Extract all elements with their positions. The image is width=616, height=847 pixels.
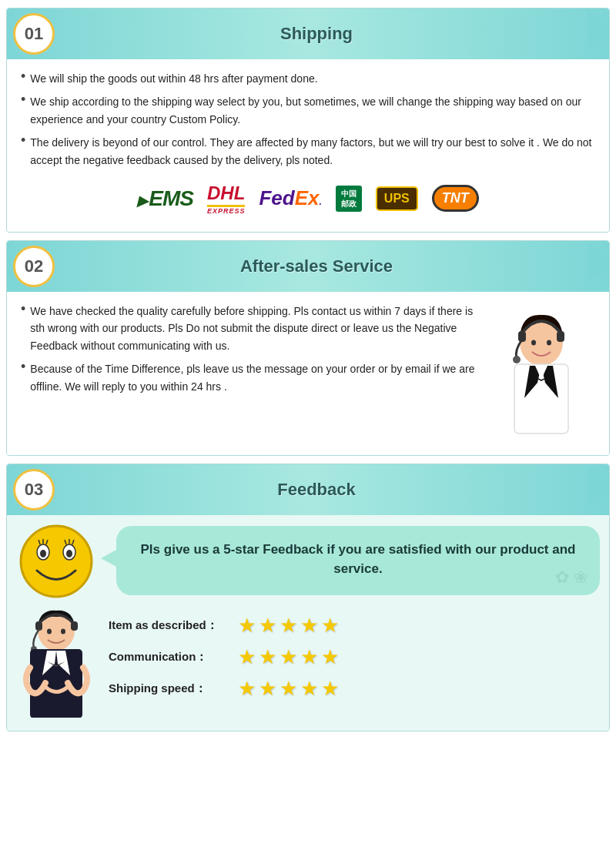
section-number-03: 03 [13,469,55,511]
dhl-logo: DHL EXPRESS [207,182,246,215]
shipping-text-1: We will ship the goods out within 48 hrs… [30,70,317,87]
star-0-1: ★ [238,614,256,638]
star-1-2: ★ [259,645,276,669]
star-2-4: ★ [300,677,318,701]
shipping-bullet-2: • We ship according to the shipping way … [21,93,595,128]
svg-point-23 [61,628,65,634]
stars-2: ★ ★ ★ ★ ★ [238,677,339,701]
feedback-header: 03 Feedback [7,464,609,515]
aftersales-dot-2: • [21,359,25,375]
svg-rect-24 [30,649,82,718]
shipping-text-2: We ship according to the shipping way se… [30,93,595,128]
star-0-3: ★ [280,614,297,638]
aftersales-text-2: Because of the Time Difference, pls leav… [30,360,487,395]
aftersales-bullet-1: • We have checked the quality carefully … [21,303,487,354]
star-0-2: ★ [259,614,276,638]
rating-person-svg [16,606,97,718]
cs-person-illustration [487,303,595,444]
feedback-title: Feedback [67,480,597,500]
rating-label-1: Communication： [109,650,232,665]
svg-point-7 [21,526,92,597]
star-2-2: ★ [259,677,276,701]
star-0-4: ★ [300,614,318,638]
aftersales-dot-1: • [21,301,25,317]
shipping-logos: EMS DHL EXPRESS FedEx. 中国邮政 UPS TNT [21,182,595,215]
star-1-3: ★ [280,645,297,669]
section-number-01: 01 [13,13,55,55]
shipping-bullet-3: • The delivery is beyond of our control.… [21,134,595,169]
aftersales-title: After-sales Service [67,256,597,276]
feedback-body: Pls give us a 5-star Feedback if you are… [7,515,609,731]
aftersales-bullet-2: • Because of the Time Difference, pls le… [21,360,487,395]
smiley-face [18,523,95,600]
feedback-speech-bubble: Pls give us a 5-star Feedback if you are… [116,526,600,595]
star-1-5: ★ [321,645,339,669]
rating-label-0: Item as described： [109,618,232,633]
shipping-bullet-1: • We will ship the goods out within 48 h… [21,70,595,87]
shipping-body: • We will ship the goods out within 48 h… [7,59,609,232]
svg-point-11 [66,550,72,557]
aftersales-arrow [588,241,610,281]
aftersales-section: 02 After-sales Service • We have checked… [6,240,610,456]
chinapost-logo: 中国邮政 [336,186,362,212]
bullet-dot-3: • [21,132,25,149]
star-1-1: ★ [238,645,256,669]
star-1-4: ★ [300,645,318,669]
stars-0: ★ ★ ★ ★ ★ [238,614,339,638]
rating-label-2: Shipping speed： [109,681,232,696]
svg-rect-20 [71,621,78,631]
section-number-02: 02 [13,246,55,287]
star-2-3: ★ [280,677,297,701]
rating-person-illustration [16,606,101,720]
svg-point-4 [531,340,536,345]
svg-point-3 [513,356,521,363]
ups-logo: UPS [376,186,418,211]
tnt-logo: TNT [432,185,479,212]
feedback-speech-text: Pls give us a 5-star Feedback if you are… [135,540,581,579]
cs-person-svg [495,306,588,444]
star-0-5: ★ [321,614,339,638]
rating-section: Item as described： ★ ★ ★ ★ ★ Communicati… [16,606,600,720]
star-2-1: ★ [238,677,256,701]
feedback-section: 03 Feedback [6,464,610,732]
aftersales-text-1: We have checked the quality carefully be… [30,303,487,354]
svg-point-5 [547,340,551,345]
shipping-section: 01 Shipping • We will ship the goods out… [6,8,610,233]
shipping-header: 01 Shipping [7,8,609,59]
bullet-dot-1: • [21,69,25,85]
star-2-5: ★ [321,677,339,701]
bullet-dot-2: • [21,92,25,108]
aftersales-content: • We have checked the quality carefully … [21,303,595,444]
svg-point-22 [47,628,52,634]
rating-rows: Item as described： ★ ★ ★ ★ ★ Communicati… [109,606,600,708]
ems-logo: EMS [137,186,193,211]
shipping-text-3: The delivery is beyond of our control. T… [30,134,595,169]
rating-row-0: Item as described： ★ ★ ★ ★ ★ [109,614,600,638]
smiley-svg [18,523,95,600]
header-arrow [588,8,610,49]
aftersales-body: • We have checked the quality carefully … [7,292,609,455]
svg-point-10 [40,550,46,557]
rating-row-1: Communication： ★ ★ ★ ★ ★ [109,645,600,669]
feedback-arrow [588,464,610,504]
rating-row-2: Shipping speed： ★ ★ ★ ★ ★ [109,677,600,701]
fedex-logo: FedEx. [259,186,321,210]
shipping-title: Shipping [67,24,597,44]
aftersales-header: 02 After-sales Service [7,241,609,292]
decorative-swirl: ✿ ❀ [555,567,588,588]
stars-1: ★ ★ ★ ★ ★ [238,645,339,669]
svg-rect-2 [557,331,564,342]
aftersales-text-block: • We have checked the quality carefully … [21,303,487,401]
